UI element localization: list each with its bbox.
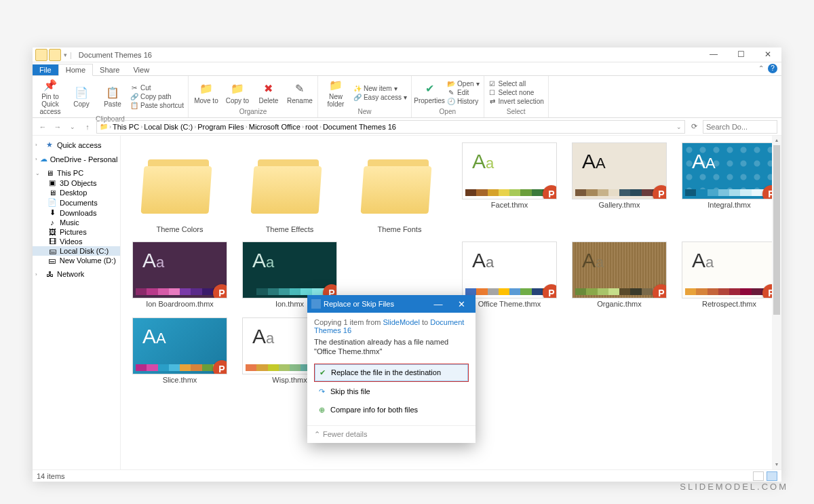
- refresh-button[interactable]: ⟳: [688, 122, 700, 131]
- powerpoint-badge-icon: P: [543, 284, 557, 298]
- edit-button[interactable]: ✎Edit: [447, 89, 479, 97]
- nav-new-volume-d[interactable]: 🖴New Volume (D:): [33, 256, 120, 265]
- dialog-close-button[interactable]: ✕: [451, 299, 471, 309]
- scroll-down-icon[interactable]: ▾: [772, 460, 781, 469]
- maximize-button[interactable]: ☐: [727, 47, 754, 62]
- ribbon: 📌 Pin to Quick access 📄 Copy 📋 Paste ✂Cu…: [33, 76, 781, 118]
- back-button[interactable]: ←: [37, 123, 49, 131]
- tab-share[interactable]: Share: [93, 64, 126, 75]
- skip-icon: ↷: [317, 387, 326, 396]
- dialog-footer: ⌃ Fewer details: [307, 425, 476, 443]
- nav-desktop[interactable]: 🖥Desktop: [33, 188, 120, 197]
- folder-item[interactable]: Theme Colors: [129, 142, 231, 233]
- copy-button[interactable]: 📄 Copy: [68, 85, 95, 108]
- doc-icon: 📄: [47, 198, 57, 207]
- history-button[interactable]: 🕘History: [447, 98, 479, 106]
- folder-item[interactable]: Theme Fonts: [349, 142, 450, 233]
- new-folder-button[interactable]: 📁New folder: [322, 77, 349, 108]
- nav-downloads[interactable]: ⬇Downloads: [33, 208, 120, 218]
- select-none-button[interactable]: ☐Select none: [488, 89, 544, 97]
- rename-button[interactable]: ✎Rename: [286, 81, 313, 104]
- forward-button[interactable]: →: [52, 123, 64, 131]
- qat-dropdown-icon[interactable]: ▾: [64, 52, 67, 58]
- move-to-button[interactable]: 📁Move to: [193, 81, 220, 104]
- open-button[interactable]: 📂Open ▾: [447, 80, 479, 88]
- item-label: Theme Fonts: [378, 225, 422, 233]
- nav-local-disk-c[interactable]: 🖴Local Disk (C:): [33, 246, 120, 256]
- item-label: Theme Effects: [266, 225, 314, 233]
- qat-button[interactable]: [49, 49, 61, 61]
- select-all-button[interactable]: ☑Select all: [488, 80, 544, 88]
- scroll-up-icon[interactable]: ▴: [772, 136, 781, 145]
- paste-button[interactable]: 📋 Paste: [99, 85, 126, 108]
- nav-3d-objects[interactable]: ▣3D Objects: [33, 178, 120, 188]
- collapse-icon[interactable]: ⌃: [314, 430, 320, 439]
- close-button[interactable]: ✕: [754, 47, 781, 62]
- nav-onedrive[interactable]: ›☁OneDrive - Personal: [33, 154, 120, 164]
- view-icons-button[interactable]: [767, 471, 777, 481]
- up-button[interactable]: ↑: [81, 123, 94, 131]
- qat-button[interactable]: [35, 49, 47, 61]
- pictures-icon: 🖼: [47, 228, 57, 236]
- nav-this-pc[interactable]: ⌄🖥This PC: [33, 168, 120, 178]
- theme-file-item[interactable]: Aa P Retrospect.thmx: [678, 241, 780, 309]
- paste-shortcut-button[interactable]: 📋Paste shortcut: [130, 101, 184, 109]
- cut-button[interactable]: ✂Cut: [130, 83, 184, 92]
- history-icon: 🕘: [447, 98, 455, 106]
- new-item-button[interactable]: ✨New item ▾: [353, 84, 407, 92]
- nav-network[interactable]: ›🖧Network: [33, 269, 120, 279]
- collapse-ribbon-icon[interactable]: ⌃: [758, 64, 764, 72]
- properties-icon: ✔: [422, 81, 437, 96]
- theme-file-item[interactable]: Aa P Facet.thmx: [459, 142, 560, 233]
- theme-file-item[interactable]: AA P Integral.thmx: [678, 142, 780, 233]
- fewer-details-link[interactable]: Fewer details: [323, 430, 367, 438]
- breadcrumb-seg[interactable]: Local Disk (C:)›: [144, 123, 196, 131]
- compare-option[interactable]: ⊕ Compare info for both files: [314, 402, 469, 419]
- theme-file-item[interactable]: AA P Slice.thmx: [129, 317, 231, 384]
- copy-path-button[interactable]: 🔗Copy path: [130, 92, 184, 100]
- folder-item[interactable]: Theme Effects: [239, 142, 341, 233]
- properties-button[interactable]: ✔Properties: [416, 81, 443, 104]
- tab-file[interactable]: File: [33, 64, 58, 75]
- desktop-icon: 🖥: [47, 189, 57, 197]
- open-icon: 📂: [447, 80, 455, 88]
- delete-button[interactable]: ✖Delete: [255, 81, 282, 104]
- source-link[interactable]: SlideModel: [383, 318, 419, 326]
- nav-documents[interactable]: 📄Documents: [33, 197, 120, 208]
- tab-view[interactable]: View: [126, 64, 156, 75]
- item-label: Wisp.thmx: [272, 376, 307, 384]
- search-input[interactable]: [703, 120, 777, 134]
- view-details-button[interactable]: [753, 471, 764, 481]
- breadcrumb-seg[interactable]: This PC›: [113, 123, 142, 131]
- scrollbar[interactable]: ▴ ▾: [772, 136, 781, 469]
- folder-icon: 📁: [100, 123, 108, 131]
- pin-button[interactable]: 📌 Pin to Quick access: [37, 77, 64, 115]
- theme-file-item[interactable]: Aa P Organic.thmx: [568, 241, 670, 309]
- invert-selection-button[interactable]: ⇄Invert selection: [488, 98, 544, 106]
- dialog-title-text: Replace or Skip Files: [324, 300, 394, 308]
- dialog-minimize-button[interactable]: —: [428, 299, 448, 309]
- new-item-icon: ✨: [353, 84, 362, 92]
- breadcrumb-seg[interactable]: Program Files›: [197, 123, 247, 131]
- theme-file-item[interactable]: AA P Gallery.thmx: [568, 142, 670, 233]
- drive-icon: 🖴: [47, 247, 57, 255]
- easy-access-button[interactable]: 🔗Easy access ▾: [353, 93, 407, 101]
- breadcrumb-seg[interactable]: Document Themes 16: [323, 123, 396, 131]
- breadcrumb-seg[interactable]: root›: [305, 123, 322, 131]
- help-icon[interactable]: ?: [768, 64, 777, 73]
- minimize-button[interactable]: —: [700, 47, 727, 62]
- shortcut-icon: 📋: [130, 101, 138, 109]
- recent-dropdown-icon[interactable]: ⌄: [66, 123, 79, 130]
- nav-videos[interactable]: 🎞Videos: [33, 237, 120, 246]
- breadcrumb[interactable]: 📁 › This PC› Local Disk (C:)› Program Fi…: [96, 120, 685, 134]
- scroll-thumb[interactable]: [773, 145, 780, 315]
- nav-quick-access[interactable]: ›★Quick access: [33, 140, 120, 150]
- theme-file-item[interactable]: Aa P Ion Boardroom.thmx: [129, 241, 231, 309]
- breadcrumb-seg[interactable]: Microsoft Office›: [249, 123, 304, 131]
- copy-to-button[interactable]: 📁Copy to: [224, 81, 251, 104]
- replace-option[interactable]: ✔ Replace the file in the destination: [314, 364, 469, 382]
- nav-pictures[interactable]: 🖼Pictures: [33, 227, 120, 237]
- tab-home[interactable]: Home: [58, 64, 93, 76]
- nav-music[interactable]: ♪Music: [33, 218, 120, 227]
- skip-option[interactable]: ↷ Skip this file: [314, 383, 469, 400]
